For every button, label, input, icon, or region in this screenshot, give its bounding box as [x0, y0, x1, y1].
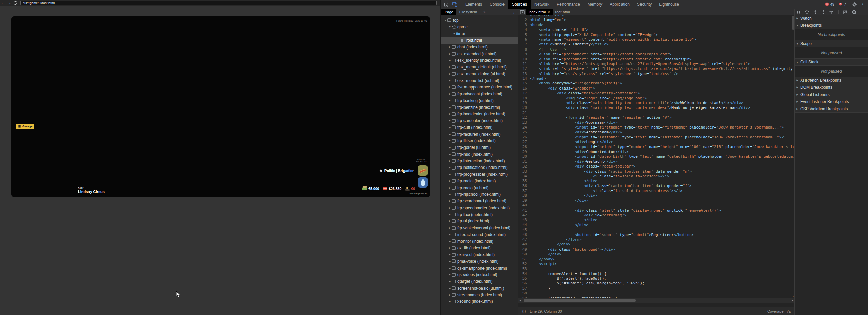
tree-open-icon[interactable]: ▼ [443, 19, 447, 21]
section-event-listener-breakpoints[interactable]: ▶Event Listener Breakpoints [795, 98, 868, 105]
tree-closed-icon[interactable]: ▶ [448, 139, 452, 142]
section-call-stack[interactable]: ▼Call Stack [795, 59, 868, 66]
tab-sources[interactable]: Sources [508, 0, 531, 9]
pretty-print-icon[interactable]: {} [518, 309, 530, 313]
line-number[interactable]: 53 [518, 267, 530, 271]
tree-item-esx-menu-default-ui-html[interactable]: ▶esx_menu_default (ui.html) [441, 64, 518, 71]
tree-closed-icon[interactable]: ▶ [448, 213, 452, 216]
vscroll-thumb[interactable] [792, 16, 794, 30]
tree-item-screenshot-basic-ui-html[interactable]: ▶screenshot-basic (ui.html) [441, 285, 518, 292]
tree-item-root-html[interactable]: root.html [441, 37, 518, 44]
tree-item-frp-bootdealer-index-html[interactable]: ▶frp-bootdealer (index.html) [441, 111, 518, 118]
tree-closed-icon[interactable]: ▶ [448, 227, 452, 229]
settings-gear-icon[interactable] [850, 0, 859, 9]
tree-closed-icon[interactable]: ▶ [448, 240, 452, 243]
pause-on-exceptions-icon[interactable] [852, 10, 856, 14]
tab-console[interactable]: Console [486, 0, 508, 9]
line-number[interactable]: 41 [518, 208, 530, 213]
tree-item-frp-taxi-meter-html[interactable]: ▶frp-taxi (meter.html) [441, 211, 518, 218]
line-number[interactable]: 39 [518, 198, 530, 203]
section-global-listeners[interactable]: ▶Global Listeners [795, 91, 868, 98]
line-number[interactable]: 8 [518, 47, 530, 52]
tree-item-frp-advocaat-index-html[interactable]: ▶frp-advocaat (index.html) [441, 91, 518, 97]
step-over-icon[interactable] [805, 10, 809, 14]
tree-closed-icon[interactable]: ▶ [448, 267, 452, 270]
tree-closed-icon[interactable]: ▶ [448, 200, 452, 202]
section-csp-violation-breakpoints[interactable]: ▶CSP Violation Breakpoints [795, 105, 868, 113]
tree-closed-icon[interactable]: ▶ [448, 59, 452, 62]
tab-lighthouse[interactable]: Lighthouse [655, 0, 683, 9]
tree-closed-icon[interactable]: ▶ [448, 206, 452, 209]
line-number[interactable]: 25 [518, 130, 530, 135]
line-number[interactable]: 44 [518, 223, 530, 228]
line-number[interactable]: 58 [518, 291, 530, 296]
tree-item-frp-banking-ui-html[interactable]: ▶frp-banking (ui.html) [441, 97, 518, 104]
tree-item-pma-voice-index-html[interactable]: ▶pma-voice (index.html) [441, 258, 518, 265]
step-into-icon[interactable] [814, 10, 817, 14]
step-out-icon[interactable] [822, 10, 825, 14]
tab-elements[interactable]: Elements [461, 0, 486, 9]
tree-closed-icon[interactable]: ▶ [448, 113, 452, 115]
section-dom-breakpoints[interactable]: ▶DOM Breakpoints [795, 84, 868, 91]
tree-closed-icon[interactable]: ▶ [448, 233, 452, 236]
tree-item-frp-facturen-index-html[interactable]: ▶frp-facturen (index.html) [441, 131, 518, 138]
tree-closed-icon[interactable]: ▶ [448, 253, 452, 256]
tree-closed-icon[interactable]: ▶ [448, 280, 452, 283]
navigator-toggle-icon[interactable] [518, 9, 526, 15]
tree-closed-icon[interactable]: ▶ [448, 193, 452, 196]
line-number[interactable]: 32 [518, 164, 530, 169]
line-number[interactable]: 7 [518, 42, 530, 47]
scroll-down-icon[interactable]: ▼ [792, 295, 794, 297]
line-number[interactable]: 17 [518, 91, 530, 96]
tree-item-interact-sound-index-html[interactable]: ▶interact-sound (index.html) [441, 231, 518, 238]
back-icon[interactable]: ← [0, 0, 6, 6]
navigator-menu-icon[interactable]: ⋮ [512, 9, 518, 15]
tree-item-frp-hud-index-html[interactable]: ▶frp-hud (index.html) [441, 151, 518, 158]
tree-closed-icon[interactable]: ▶ [448, 73, 452, 75]
tree-item-streetnames-index-html[interactable]: ▶streetnames (index.html) [441, 292, 518, 298]
tab-security[interactable]: Security [633, 0, 655, 9]
close-tab-icon[interactable]: × [548, 10, 550, 14]
tree-item-monitor-index-html[interactable]: ▶monitor (index.html) [441, 238, 518, 245]
scroll-right-icon[interactable]: ▶ [792, 299, 794, 302]
tree-closed-icon[interactable]: ▶ [448, 287, 452, 290]
line-number[interactable]: 47 [518, 237, 530, 242]
tree-item-frp-progressbar-index-html[interactable]: ▶frp-progressbar (index.html) [441, 171, 518, 178]
tree-item-frp-interaction-index-html[interactable]: ▶frp-interaction (index.html) [441, 158, 518, 164]
tree-item-frp-benzine-index-html[interactable]: ▶frp-benzine (index.html) [441, 104, 518, 111]
tree-closed-icon[interactable]: ▶ [448, 133, 452, 136]
editor-tab-index-html[interactable]: index.html× [526, 9, 553, 15]
tree-closed-icon[interactable]: ▶ [448, 220, 452, 222]
tree-item-frp-cardealer-index-html[interactable]: ▶frp-cardealer (index.html) [441, 117, 518, 124]
line-number[interactable]: 28 [518, 145, 530, 150]
tree-item-frp-winkeloverval-index-html[interactable]: ▶frp-winkeloverval (index.html) [441, 224, 518, 231]
tab-application[interactable]: Application [606, 0, 633, 9]
line-number[interactable]: 42 [518, 213, 530, 218]
scroll-left-icon[interactable]: ◀ [519, 299, 521, 302]
tree-closed-icon[interactable]: ▶ [448, 86, 452, 88]
tree-open-icon[interactable]: ▼ [448, 26, 452, 28]
deactivate-breakpoints-icon[interactable] [843, 10, 848, 14]
line-number[interactable]: 3 [518, 23, 530, 27]
tree-item-frp-flitser-index-html[interactable]: ▶frp-flitser (index.html) [441, 138, 518, 144]
section-xhr-fetch-breakpoints[interactable]: ▶XHR/fetch Breakpoints [795, 77, 868, 84]
section-breakpoints[interactable]: ▼Breakpoints [795, 22, 868, 29]
tree-item-esx-menu-dialog-ui-html[interactable]: ▶esx_menu_dialog (ui.html) [441, 71, 518, 77]
tree-item-frp-gordel-ui-html[interactable]: ▶frp-gordel (ui.html) [441, 144, 518, 151]
error-count-badge[interactable]: 49 [823, 0, 836, 9]
section-watch[interactable]: ▶Watch [795, 15, 868, 22]
line-number[interactable]: 43 [518, 218, 530, 222]
url-bar[interactable]: nui://game/ui/root.html [20, 1, 437, 5]
tree-item-frp-radio-ui-html[interactable]: ▶frp-radio (ui.html) [441, 184, 518, 191]
tree-closed-icon[interactable]: ▶ [448, 106, 452, 109]
line-number[interactable]: 10 [518, 57, 530, 62]
line-number[interactable]: 51 [518, 257, 530, 262]
line-number[interactable]: 11 [518, 62, 530, 66]
tree-item-frp-rijschool-index-html[interactable]: ▶frp-rijschool (index.html) [441, 191, 518, 198]
tree-item-xsound-index-html[interactable]: ▶xsound (index.html) [441, 298, 518, 305]
tree-closed-icon[interactable]: ▶ [448, 260, 452, 263]
line-number[interactable]: 23 [518, 120, 530, 125]
line-number[interactable]: 20 [518, 105, 530, 110]
line-number[interactable]: 46 [518, 233, 530, 237]
line-number[interactable]: 24 [518, 125, 530, 130]
